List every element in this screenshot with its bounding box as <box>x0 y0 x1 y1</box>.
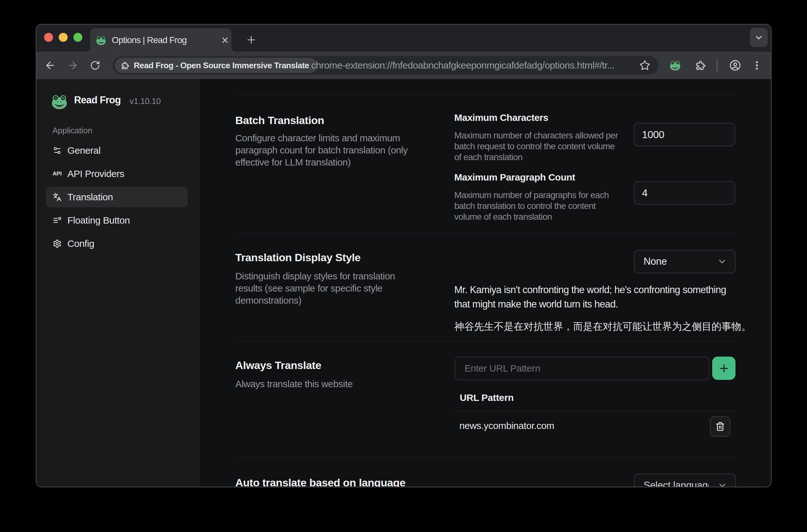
url-pattern-input[interactable] <box>455 357 709 380</box>
api-icon: API <box>53 169 61 178</box>
max-paragraph-description: Maximum number of paragraphs for each ba… <box>454 190 609 222</box>
section-divider <box>235 233 735 233</box>
browser-toolbar: Read Frog - Open Source Immersive Transl… <box>36 52 771 79</box>
app-version: v1.10.10 <box>130 96 161 106</box>
always-translate-title: Always Translate <box>235 359 322 372</box>
tab-search-chevron-button[interactable] <box>750 28 768 47</box>
desktop-background: Options | Read Frog <box>0 0 807 532</box>
tab-strip: Options | Read Frog <box>36 24 771 52</box>
add-url-pattern-button[interactable] <box>712 357 735 380</box>
readfrog-favicon <box>96 35 106 45</box>
arrow-right-icon <box>67 60 78 71</box>
reload-icon <box>90 60 100 71</box>
sidebar-item-floating-button[interactable]: Floating Button <box>46 210 188 231</box>
plus-icon <box>245 34 257 45</box>
reload-button[interactable] <box>86 52 105 79</box>
languages-icon <box>53 193 61 202</box>
max-paragraph-label: Maximum Paragraph Count <box>454 172 575 183</box>
tab-close-button[interactable] <box>221 36 230 45</box>
delete-url-pattern-button[interactable] <box>710 416 730 437</box>
back-button[interactable] <box>40 52 60 79</box>
sidebar-item-translation[interactable]: Translation <box>46 187 188 207</box>
chevron-down-icon <box>717 256 727 267</box>
extensions-button[interactable] <box>692 57 709 74</box>
app-title: Read Frog <box>74 94 121 106</box>
section-divider <box>235 94 735 94</box>
macos-maximize-button[interactable] <box>73 33 82 42</box>
max-characters-label: Maximum Characters <box>454 112 548 123</box>
sidebar-item-label: Config <box>67 238 94 249</box>
star-icon <box>639 60 650 71</box>
section-divider <box>235 457 735 457</box>
address-bar[interactable]: Read Frog - Open Source Immersive Transl… <box>113 56 659 75</box>
display-style-select-value: None <box>644 256 717 267</box>
kebab-icon <box>751 60 762 71</box>
language-select-placeholder: Select language <box>644 480 709 487</box>
settings-page: Batch Translation Configure character li… <box>199 79 771 487</box>
max-characters-input[interactable] <box>634 123 735 146</box>
extension-name-label: Read Frog - Open Source Immersive Transl… <box>134 61 309 71</box>
extension-puzzle-icon <box>121 61 129 70</box>
chevron-down-icon <box>754 33 764 42</box>
readfrog-logo <box>51 94 67 110</box>
profile-button[interactable] <box>727 57 744 74</box>
auto-translate-title: Auto translate based on language <box>235 476 405 487</box>
url-text: chrome-extension://fnfedoabnchafgkeeponm… <box>311 56 615 75</box>
gear-icon <box>53 239 61 248</box>
frog-icon <box>670 60 681 71</box>
macos-close-button[interactable] <box>44 33 53 42</box>
auto-translate-language-select[interactable]: Select language <box>634 474 736 487</box>
sliders-icon <box>53 146 61 155</box>
sidebar-item-label: General <box>67 145 100 156</box>
readfrog-extension-button[interactable] <box>667 57 683 74</box>
arrow-left-icon <box>44 60 56 71</box>
url-pattern-column-header: URL Pattern <box>460 392 514 403</box>
floating-button-icon <box>53 216 61 225</box>
sample-translation-text: 神谷先生不是在对抗世界，而是在对抗可能让世界为之侧目的事物。 <box>454 320 751 333</box>
batch-translation-description: Configure character limits and maximum p… <box>235 132 408 168</box>
trash-icon <box>715 422 725 431</box>
max-paragraph-input[interactable] <box>634 181 735 205</box>
toolbar-separator <box>717 59 718 72</box>
tab-title: Options | Read Frog <box>112 28 187 52</box>
sample-source-text: Mr. Kamiya isn't confronting the world; … <box>454 283 726 311</box>
display-style-title: Translation Display Style <box>235 251 361 264</box>
browser-window: Options | Read Frog <box>36 24 771 487</box>
browser-tab[interactable]: Options | Read Frog <box>90 28 232 52</box>
sidebar: Read Frog v1.10.10 Application General A… <box>36 79 199 487</box>
display-style-description: Distinguish display styles for translati… <box>235 270 395 306</box>
table-header-divider <box>454 411 735 411</box>
forward-button[interactable] <box>63 52 82 79</box>
chevron-down-icon <box>717 480 728 487</box>
sidebar-item-label: API Providers <box>67 168 124 179</box>
sidebar-section-label: Application <box>52 126 92 136</box>
macos-minimize-button[interactable] <box>59 33 68 42</box>
sidebar-item-general[interactable]: General <box>46 140 188 161</box>
sidebar-nav: General API API Providers Translation Fl… <box>46 140 188 257</box>
display-style-select[interactable]: None <box>634 250 735 273</box>
batch-translation-title: Batch Translation <box>235 114 324 127</box>
new-tab-button[interactable] <box>245 34 257 45</box>
extension-name-chip[interactable]: Read Frog - Open Source Immersive Transl… <box>115 58 317 73</box>
sidebar-item-label: Floating Button <box>67 215 130 226</box>
url-pattern-row: news.ycombinator.com <box>459 420 554 431</box>
page-content: Read Frog v1.10.10 Application General A… <box>36 79 771 487</box>
sidebar-item-label: Translation <box>67 192 113 203</box>
section-divider <box>235 341 735 342</box>
browser-menu-button[interactable] <box>749 57 765 74</box>
avatar-icon <box>730 60 741 71</box>
always-translate-description: Always translate this website <box>235 378 353 390</box>
puzzle-icon <box>695 60 706 71</box>
sidebar-item-api-providers[interactable]: API API Providers <box>46 164 188 184</box>
sidebar-item-config[interactable]: Config <box>46 233 188 254</box>
plus-icon <box>718 362 730 375</box>
close-icon <box>221 36 230 45</box>
max-characters-description: Maximum number of characters allowed per… <box>454 130 618 163</box>
bookmark-button[interactable] <box>638 58 652 73</box>
